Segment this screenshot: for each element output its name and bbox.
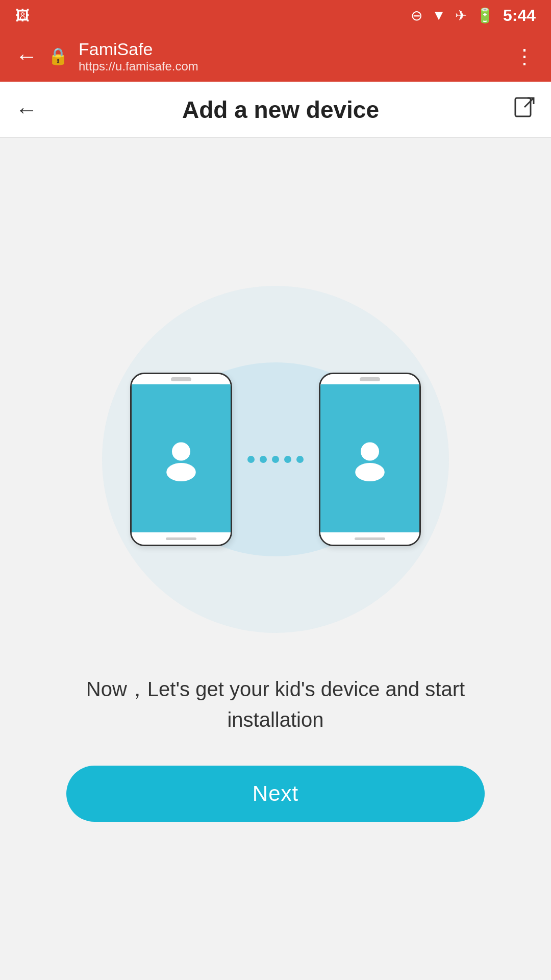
illustration-container — [92, 276, 459, 643]
status-time: 5:44 — [503, 6, 536, 25]
browser-app-title: FamiSafe — [79, 39, 504, 59]
svg-rect-0 — [515, 98, 531, 116]
phone-left-notch — [171, 377, 191, 381]
phone-right-notch — [360, 377, 380, 381]
dot-2 — [260, 456, 267, 463]
person-left-icon — [158, 435, 204, 481]
next-button[interactable]: Next — [66, 766, 485, 822]
share-icon — [513, 96, 536, 118]
lock-icon: 🔒 — [48, 46, 68, 66]
wifi-icon: ▼ — [432, 7, 446, 23]
do-not-disturb-icon: ⊖ — [411, 7, 422, 24]
phone-left — [130, 373, 232, 546]
svg-point-4 — [361, 443, 379, 461]
person-right-icon — [347, 435, 393, 481]
dot-1 — [247, 456, 255, 463]
phone-right-indicator — [355, 537, 385, 540]
page-header: ← Add a new device — [0, 82, 551, 138]
phone-left-top — [132, 374, 231, 384]
main-content: Now，Let's get your kid's device and star… — [0, 138, 551, 980]
browser-back-button[interactable]: ← — [15, 43, 38, 69]
phone-right-bottom — [320, 532, 419, 545]
svg-point-5 — [355, 463, 385, 481]
status-bar-left: 🖼 — [15, 7, 402, 24]
dot-5 — [296, 456, 304, 463]
svg-line-1 — [524, 98, 534, 107]
browser-info: FamiSafe https://u.famisafe.com — [79, 39, 504, 74]
svg-point-2 — [172, 443, 190, 461]
phone-left-indicator — [166, 537, 196, 540]
connection-dots — [247, 456, 304, 463]
battery-icon: 🔋 — [476, 7, 494, 24]
phones-row — [130, 373, 421, 546]
dot-4 — [284, 456, 291, 463]
phone-right-top — [320, 374, 419, 384]
page-back-button[interactable]: ← — [15, 97, 48, 122]
status-bar: 🖼 ⊖ ▼ ✈ 🔋 5:44 — [0, 0, 551, 31]
svg-point-3 — [166, 463, 196, 481]
page-title: Add a new device — [48, 96, 513, 124]
browser-menu-button[interactable]: ⋮ — [514, 44, 536, 68]
phone-right — [319, 373, 421, 546]
browser-url: https://u.famisafe.com — [79, 59, 504, 74]
description-text: Now，Let's get your kid's device and star… — [66, 674, 485, 735]
airplane-icon: ✈ — [455, 7, 467, 24]
page-share-button[interactable] — [513, 96, 536, 123]
phone-left-bottom — [132, 532, 231, 545]
phone-left-screen — [132, 384, 231, 532]
gallery-icon: 🖼 — [15, 8, 30, 23]
dot-3 — [272, 456, 279, 463]
phone-right-screen — [320, 384, 419, 532]
browser-bar: ← 🔒 FamiSafe https://u.famisafe.com ⋮ — [0, 31, 551, 82]
